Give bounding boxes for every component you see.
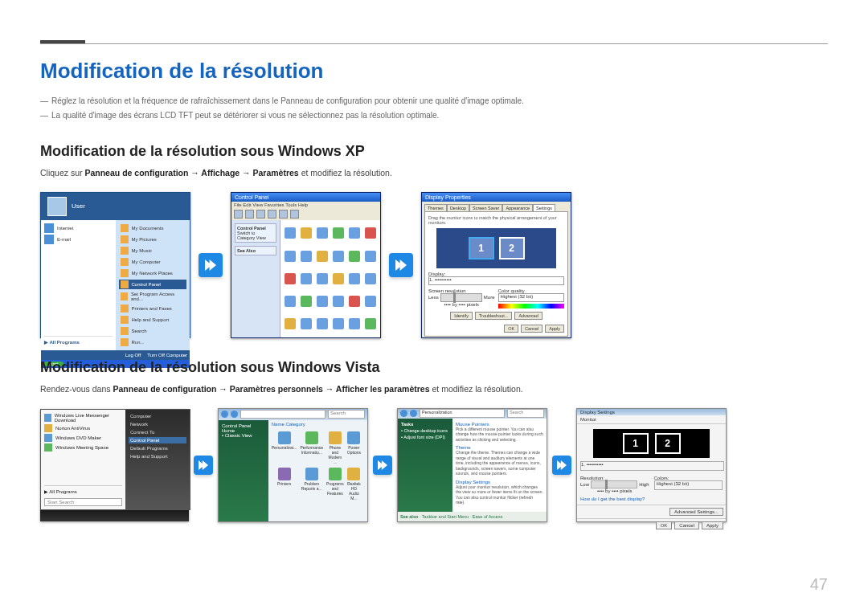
xp-control-panel-screenshot: Control Panel File Edit View Favorites T…: [231, 192, 381, 338]
arrow-icon: [199, 253, 223, 277]
arrow-icon: [373, 456, 392, 475]
arrow-icon: [552, 456, 571, 475]
vista-screenshot-row: Windows Live Messenger Download Norton A…: [40, 408, 828, 522]
vista-instruction: Rendez-vous dans Panneau de configuratio…: [40, 382, 828, 397]
page-title: Modification de la résolution: [40, 59, 828, 84]
note-1: ―Réglez la résolution et la fréquence de…: [40, 95, 828, 108]
vista-heading: Modification de la résolution sous Windo…: [40, 359, 828, 376]
divider: [40, 43, 828, 44]
vista-personalization-screenshot: Personalization Search Tasks • Change de…: [397, 408, 547, 522]
vista-start-menu-screenshot: Windows Live Messenger Download Norton A…: [40, 409, 189, 521]
xp-instruction: Cliquez sur Panneau de configuration → A…: [40, 166, 828, 181]
note-2: ―La qualité d'image des écrans LCD TFT p…: [40, 109, 828, 122]
xp-display-properties-screenshot: Display Properties Themes Desktop Screen…: [421, 192, 571, 338]
vista-display-settings-screenshot: Display Settings Monitor 12 1. •••••••••…: [576, 408, 727, 522]
xp-screenshot-row: User Internet E-mail ▶ All Programs My D…: [40, 192, 828, 338]
arrow-icon: [194, 456, 213, 475]
arrow-icon: [389, 253, 413, 277]
xp-start-menu-screenshot: User Internet E-mail ▶ All Programs My D…: [40, 192, 190, 338]
xp-heading: Modification de la résolution sous Windo…: [40, 143, 828, 160]
vista-control-panel-screenshot: Search Control Panel Home • Classic View…: [218, 408, 368, 522]
page-number: 47: [810, 575, 828, 594]
